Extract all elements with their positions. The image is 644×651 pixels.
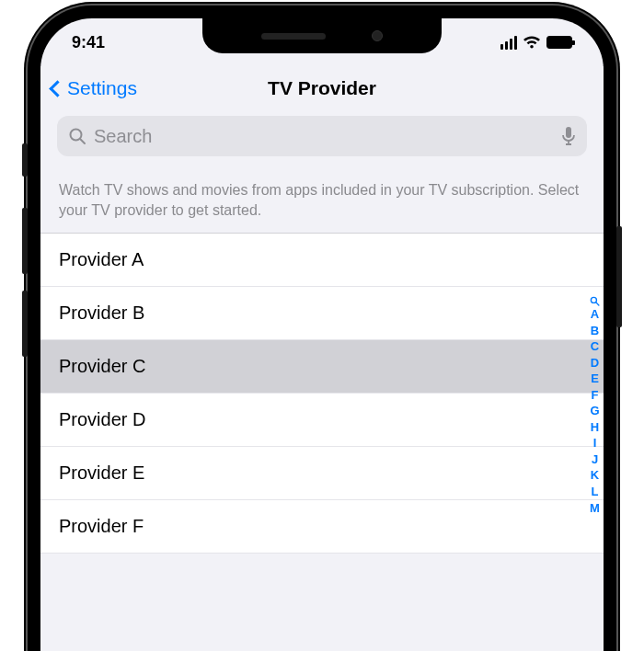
provider-label: Provider A (59, 249, 144, 270)
provider-label: Provider B (59, 303, 144, 324)
status-time: 9:41 (72, 33, 105, 52)
speaker-grille (261, 33, 326, 40)
index-letter[interactable]: G (590, 403, 599, 419)
svg-rect-2 (566, 127, 571, 138)
page-title: TV Provider (268, 77, 376, 99)
list-item[interactable]: Provider E (40, 447, 604, 500)
index-letter[interactable]: C (591, 338, 599, 355)
back-label: Settings (67, 77, 137, 99)
front-camera (372, 30, 383, 41)
search-placeholder: Search (94, 126, 561, 147)
list-item[interactable]: Provider F (40, 500, 604, 554)
cellular-signal-icon (500, 36, 518, 50)
provider-list: Provider A Provider B Provider C Provide… (40, 234, 604, 554)
chevron-left-icon (49, 80, 65, 97)
provider-label: Provider D (59, 409, 145, 430)
index-letter[interactable]: H (591, 419, 599, 436)
index-letter[interactable]: F (592, 387, 599, 404)
index-search-icon[interactable] (590, 296, 600, 306)
status-icons (500, 36, 573, 50)
volume-down-button (22, 291, 28, 357)
list-item[interactable]: Provider D (40, 394, 604, 447)
provider-label: Provider F (59, 516, 144, 537)
phone-frame: 9:41 Settings TV Provider Searc (28, 6, 616, 651)
back-button[interactable]: Settings (52, 77, 137, 99)
index-letter[interactable]: D (591, 355, 599, 371)
list-item[interactable]: Provider A (40, 234, 604, 287)
index-letter[interactable]: B (591, 323, 599, 339)
section-index[interactable]: A B C D E F G H I J K L M (590, 296, 600, 516)
nav-bar: Settings TV Provider (40, 66, 604, 110)
index-letter[interactable]: J (592, 451, 598, 468)
list-item[interactable]: Provider B (40, 287, 604, 340)
silent-switch (22, 143, 28, 177)
index-letter[interactable]: M (590, 500, 600, 517)
provider-label: Provider C (59, 356, 145, 377)
svg-line-1 (80, 139, 85, 143)
description-text: Watch TV shows and movies from apps incl… (40, 166, 604, 234)
volume-up-button (22, 208, 28, 274)
list-item[interactable]: Provider C (40, 340, 604, 394)
search-field[interactable]: Search (57, 116, 587, 156)
power-button (616, 226, 622, 327)
provider-label: Provider E (59, 463, 144, 484)
microphone-icon[interactable] (561, 126, 576, 146)
screen: 9:41 Settings TV Provider Searc (40, 18, 604, 651)
notch (202, 18, 442, 53)
svg-line-6 (596, 303, 599, 305)
index-letter[interactable]: A (591, 306, 599, 323)
index-letter[interactable]: L (592, 484, 599, 500)
index-letter[interactable]: K (591, 467, 599, 484)
index-letter[interactable]: I (593, 435, 597, 451)
battery-icon (546, 36, 572, 49)
index-letter[interactable]: E (591, 371, 599, 387)
wifi-icon (523, 36, 541, 50)
search-icon (68, 127, 86, 145)
